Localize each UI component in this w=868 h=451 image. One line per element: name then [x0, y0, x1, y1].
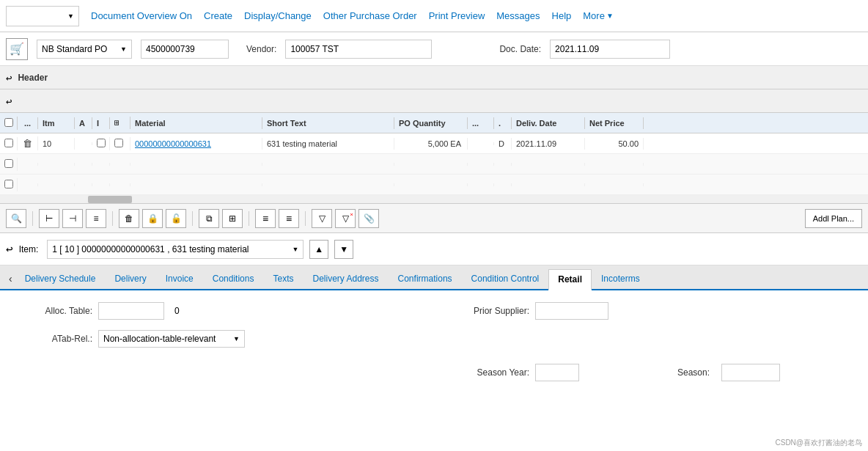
menu-print-preview[interactable]: Print Preview — [429, 10, 485, 21]
table-header-row: ... Itm A I ⊞ Material Short Text PO Qua… — [0, 113, 868, 133]
header-section-bar: ↩ Header — [0, 66, 868, 89]
retail-col-left: Alloc. Table: 0 ATab-Rel.: Non-allocatio… — [12, 302, 419, 392]
doc-date-label: Doc. Date: — [499, 44, 541, 54]
th-delivdate: Deliv. Date — [512, 117, 585, 129]
attachment-button[interactable]: 📎 — [358, 209, 379, 228]
row-select-checkbox[interactable] — [4, 139, 13, 147]
filter-off-button[interactable]: ▽ × — [335, 209, 356, 228]
retail-col-right: Prior Supplier: Season Year: Season: — [449, 302, 856, 392]
cart-icon: 🛒 — [10, 42, 24, 56]
row-dots — [468, 142, 494, 145]
vendor-label: Vendor: — [246, 44, 276, 54]
select-all-checkbox[interactable] — [4, 118, 13, 127]
doc-type-dropdown[interactable]: NB Standard PO — [37, 40, 132, 59]
lock-button[interactable]: 🔒 — [142, 209, 163, 228]
item-label: Item: — [19, 244, 39, 254]
doc-number-input[interactable] — [141, 40, 229, 59]
filter-button[interactable]: ▽ — [312, 209, 332, 228]
tab-delivery-address[interactable]: Delivery Address — [303, 268, 388, 289]
zoom-button[interactable]: 🔍 — [6, 209, 26, 228]
indent-left-button[interactable]: ⊣ — [62, 209, 83, 228]
align-center-button[interactable]: ≡ — [279, 209, 299, 228]
th-grid: ⊞ — [110, 117, 130, 129]
scroll-thumb[interactable] — [88, 196, 132, 203]
row-grid-checkbox[interactable] — [114, 139, 123, 147]
tab-bar: ‹ Delivery Schedule Delivery Invoice Con… — [0, 265, 868, 290]
empty-row2-checkbox[interactable] — [4, 180, 13, 188]
vendor-input[interactable] — [285, 40, 432, 59]
th-dots2: ... — [468, 117, 494, 129]
collapsed-icon[interactable]: ↩ — [6, 95, 12, 107]
doc-date-input[interactable] — [550, 40, 670, 59]
toolbar: 🔍 ⊢ ⊣ ≡ 🗑 🔒 🔓 ⧉ ⊞ ≡ ≡ ▽ ▽ × 📎 Addl Plan.… — [0, 204, 868, 233]
tab-invoice[interactable]: Invoice — [156, 268, 203, 289]
tab-condition-control[interactable]: Condition Control — [462, 268, 549, 289]
sep2 — [112, 211, 113, 226]
menu-create[interactable]: Create — [204, 10, 232, 21]
row-i-checkbox[interactable] — [97, 139, 106, 147]
table-scrollbar[interactable] — [0, 195, 868, 204]
menu-display-change[interactable]: Display/Change — [244, 10, 312, 21]
copy-button[interactable]: ⧉ — [199, 209, 219, 228]
th-checkbox — [0, 117, 18, 130]
atab-rel-row: ATab-Rel.: Non-allocation-table-relevant — [12, 330, 419, 348]
indent-right-button[interactable]: ⊢ — [39, 209, 59, 228]
tab-conditions[interactable]: Conditions — [203, 268, 264, 289]
prior-supplier-input[interactable] — [535, 302, 608, 320]
menu-more[interactable]: More ▼ — [583, 10, 614, 21]
th-netprice: Net Price — [585, 117, 644, 129]
menu-document-overview[interactable]: Document Overview On — [91, 10, 192, 21]
tab-incoterms[interactable]: Incoterms — [592, 268, 650, 289]
row-i — [92, 137, 110, 150]
th-material: Material — [130, 117, 262, 129]
empty-row-2 — [0, 175, 868, 195]
collapsed-section-bar: ↩ — [0, 89, 868, 113]
chevron-down-icon: ▼ — [606, 12, 614, 20]
row-itm: 10 — [38, 138, 75, 150]
unlock-button[interactable]: 🔓 — [166, 209, 186, 228]
filter-x: × — [350, 211, 353, 218]
row-material[interactable]: 00000000000000631 — [130, 138, 262, 150]
row-poqty: 5,000 EA — [394, 138, 468, 150]
row-shorttext: 631 testing material — [262, 138, 394, 150]
back-icon[interactable]: ↩ — [6, 242, 13, 256]
alloc-table-input[interactable] — [98, 302, 164, 320]
menu-other-po[interactable]: Other Purchase Order — [323, 10, 417, 21]
delete-button[interactable]: 🗑 — [119, 209, 139, 228]
retail-form-cols: Alloc. Table: 0 ATab-Rel.: Non-allocatio… — [12, 302, 856, 392]
empty-row1-checkbox[interactable] — [4, 159, 13, 168]
numbering-button[interactable]: ≡ — [86, 209, 106, 228]
menu-messages[interactable]: Messages — [496, 10, 540, 21]
season-input[interactable] — [721, 364, 780, 381]
addl-plan-button[interactable]: Addl Plan... — [805, 209, 862, 228]
row-checkbox — [0, 137, 18, 150]
tab-confirmations[interactable]: Confirmations — [389, 268, 462, 289]
item-select-dropdown[interactable]: 1 [ 10 ] 00000000000000631 , 631 testing… — [47, 240, 304, 259]
row-netprice: 50.00 — [585, 138, 644, 150]
tab-delivery-schedule[interactable]: Delivery Schedule — [15, 268, 106, 289]
th-itm: Itm — [38, 117, 75, 129]
menu-help[interactable]: Help — [552, 10, 572, 21]
header-collapse-icon[interactable]: ↩ — [6, 72, 12, 84]
row-grid — [110, 137, 130, 150]
next-item-button[interactable]: ▼ — [334, 240, 353, 259]
tab-texts[interactable]: Texts — [263, 268, 303, 289]
row-dot3: D — [494, 138, 512, 150]
main-dropdown[interactable] — [6, 6, 79, 26]
row-delete-icon[interactable]: 🗑 — [18, 136, 38, 150]
prev-item-button[interactable]: ▲ — [309, 240, 328, 259]
tab-delivery[interactable]: Delivery — [105, 268, 155, 289]
tab-retail[interactable]: Retail — [548, 269, 592, 290]
tab-collapse-icon[interactable]: ‹ — [6, 268, 15, 289]
atab-rel-label: ATab-Rel.: — [12, 334, 92, 344]
prior-supplier-row: Prior Supplier: — [449, 302, 856, 320]
row-a — [75, 142, 92, 145]
th-poqty: PO Quantity — [394, 117, 468, 129]
merge-button[interactable]: ⊞ — [222, 209, 243, 228]
sep3 — [192, 211, 193, 226]
alloc-table-label: Alloc. Table: — [12, 306, 92, 316]
retail-tab-content: Alloc. Table: 0 ATab-Rel.: Non-allocatio… — [0, 290, 868, 403]
atab-rel-select[interactable]: Non-allocation-table-relevant — [98, 330, 245, 348]
season-year-input[interactable] — [535, 364, 579, 381]
align-left-button[interactable]: ≡ — [255, 209, 276, 228]
